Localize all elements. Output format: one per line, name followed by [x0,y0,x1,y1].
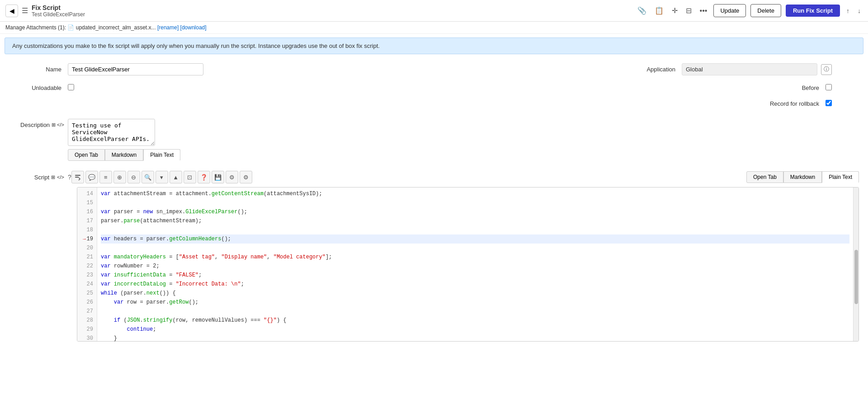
sliders-icon-button[interactable]: ⊟ [684,5,693,17]
line-num-25: 25 [77,289,97,298]
header-left: ◀ ☰ Fix Script Test GlideExcelParser [5,4,85,18]
code-line-17: parser.parse(attachmentStream); [101,216,849,225]
download-link[interactable]: [download] [180,24,207,31]
line-num-14: 14 [77,189,97,198]
scroll-down-button[interactable]: ↓ [856,5,863,16]
line-num-29: 29 [77,325,97,334]
script-section: Script ⊞ </> ? 💬 ≡ ⊕ ⊖ 🔍 ▾ ▲ ⊡ ❓ 💾 ⚙ ⚙ O… [0,167,868,342]
script-label: Script ⊞ </> [9,174,68,181]
info-banner: Any customizations you make to the fix s… [5,37,863,54]
code-line-24: var incorrectDataLog = "Incorrect Data: … [101,280,849,289]
code-line-26: var row = parser.getRow(); [101,298,849,307]
file-icon: 📄 [67,24,75,31]
desc-tab-open-tab[interactable]: Open Tab [68,149,105,161]
before-group: Before [420,82,859,91]
header-title-main: Fix Script [32,4,85,11]
code-editor-wrap: 14 15 16 17 18 →19 20 21 22 23 24 25 26 … [77,187,859,342]
code-area[interactable]: var attachmentStream = attachment.getCon… [97,187,853,341]
toolbar-lines-button[interactable]: ≡ [99,171,112,183]
code-line-25: while (parser.next()) { [101,289,849,298]
description-textarea[interactable]: Testing use of ServiceNow GlideExcelPars… [68,119,155,146]
code-line-29: continue; [101,325,849,334]
toolbar-up-button[interactable]: ▲ [170,171,182,183]
description-row: Description ⊞ </> Testing use of Service… [0,119,868,161]
toolbar-settings-button[interactable]: ⚙ [240,171,252,183]
toolbar-expand-button[interactable]: ⊕ [113,171,126,183]
code-line-21: var mandatoryHeaders = ["Asset tag", "Di… [101,253,849,262]
record-rollback-checkbox[interactable] [826,100,832,106]
toolbar-help-button[interactable]: ❓ [198,171,210,183]
more-icon-button[interactable]: ••• [698,5,709,17]
script-tab-open-tab[interactable]: Open Tab [746,171,783,183]
script-toolbar: 💬 ≡ ⊕ ⊖ 🔍 ▾ ▲ ⊡ ❓ 💾 ⚙ ⚙ [71,169,465,185]
desc-tab-plain-text[interactable]: Plain Text [143,149,180,161]
code-line-22: var rowNumber = 2; [101,262,849,271]
before-checkbox[interactable] [826,84,832,90]
line-numbers: 14 15 16 17 18 →19 20 21 22 23 24 25 26 … [77,187,97,341]
toolbar-fullscreen-button[interactable]: ⊡ [184,171,196,183]
attachments-label: Manage Attachments (1): [5,24,66,31]
line-num-24: 24 [77,280,97,289]
hamburger-button[interactable]: ☰ [22,6,28,15]
name-input[interactable] [68,63,203,75]
code-line-19: var headers = parser.getColumnHeaders(); [101,234,849,244]
application-input [682,63,817,75]
script-help-button[interactable]: ? [68,173,71,181]
code-line-14: var attachmentStream = attachment.getCon… [101,189,849,198]
before-label: Before [767,82,826,91]
attachments-bar: Manage Attachments (1): 📄 updated_incorr… [0,22,868,34]
line-num-23: 23 [77,271,97,280]
svg-rect-0 [75,175,80,176]
code-line-28: if (JSON.stringify(row, removeNullValues… [101,316,849,325]
desc-tab-markdown[interactable]: Markdown [105,149,143,161]
line-num-19: →19 [77,234,97,244]
unloadable-before-row: Unloadable Before [9,82,859,91]
name-field-group: Name [9,63,420,75]
script-code-icon: </> [57,174,64,180]
toolbar-search-button[interactable]: 🔍 [142,171,154,183]
line-num-15: 15 [77,198,97,207]
update-button[interactable]: Update [713,4,746,17]
scroll-up-button[interactable]: ↑ [844,5,851,16]
application-info-button[interactable]: ⓘ [821,64,832,75]
description-content: Testing use of ServiceNow GlideExcelPars… [68,119,547,161]
attachment-filename: updated_incorrect_alm_asset.x... [76,24,156,31]
line-num-28: 28 [77,316,97,325]
back-button[interactable]: ◀ [5,5,18,17]
code-scrollbar[interactable] [853,187,859,341]
toolbar-collapse-button[interactable]: ⊖ [127,171,140,183]
header-title: Fix Script Test GlideExcelParser [32,4,85,18]
line-num-20: 20 [77,244,97,253]
copy-icon-button[interactable]: 📋 [653,5,665,17]
toolbar-dropdown-button[interactable]: ▾ [156,171,168,183]
rename-link[interactable]: [rename] [157,24,179,31]
unloadable-checkbox[interactable] [68,84,74,90]
description-label: Description ⊞ </> [9,119,68,128]
header-bar: ◀ ☰ Fix Script Test GlideExcelParser 📎 📋… [0,0,868,22]
header-right: 📎 📋 ✛ ⊟ ••• Update Delete Run Fix Script… [636,4,863,17]
record-rollback-row: Record for rollback [9,98,859,107]
application-row: ⓘ [682,63,832,75]
script-tab-plain-text[interactable]: Plain Text [822,171,859,183]
form-area: Name Application ⓘ Unloadable Before Rec… [0,58,868,119]
toolbar-save-button[interactable]: 💾 [212,171,224,183]
description-table-icon: ⊞ [52,122,56,128]
script-tab-markdown[interactable]: Markdown [783,171,822,183]
plus-icon-button[interactable]: ✛ [670,5,679,17]
toolbar-format-button[interactable] [71,171,84,183]
run-fix-script-button[interactable]: Run Fix Script [786,5,840,17]
code-line-27 [101,307,849,316]
line-arrow-19: → [83,236,86,242]
name-label: Name [9,63,68,73]
code-line-15 [101,198,849,207]
line-num-21: 21 [77,253,97,262]
unloadable-group: Unloadable [9,82,420,91]
header-title-sub: Test GlideExcelParser [32,11,85,18]
script-tabs-right: Open Tab Markdown Plain Text [465,171,859,183]
paperclip-icon-button[interactable]: 📎 [636,5,648,17]
toolbar-comment-button[interactable]: 💬 [85,171,98,183]
toolbar-settings2-button[interactable]: ⚙ [226,171,238,183]
delete-button[interactable]: Delete [750,4,781,17]
script-header-row: Script ⊞ </> ? 💬 ≡ ⊕ ⊖ 🔍 ▾ ▲ ⊡ ❓ 💾 ⚙ ⚙ O… [9,169,859,185]
application-label: Application [623,63,682,73]
